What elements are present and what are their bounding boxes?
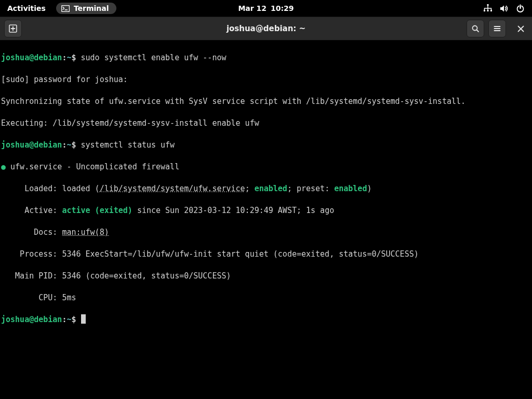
new-tab-button[interactable] xyxy=(4,20,22,37)
terminal-line: [sudo] password for joshua: xyxy=(1,74,531,85)
terminal-line: Active: active (exited) since Sun 2023-0… xyxy=(1,205,531,216)
active-state: active (exited) xyxy=(62,206,132,215)
clock[interactable]: Mar 12 10:29 xyxy=(238,4,294,12)
terminal-viewport[interactable]: joshua@debian:~$ sudo systemctl enable u… xyxy=(0,41,532,399)
search-button[interactable] xyxy=(467,20,484,37)
terminal-line: CPU: 5ms xyxy=(1,292,531,303)
window-titlebar: joshua@debian: ~ xyxy=(0,17,532,41)
terminal-line: Loaded: loaded (/lib/systemd/system/ufw.… xyxy=(1,183,531,194)
menu-button[interactable] xyxy=(488,20,506,37)
activities-button[interactable]: Activities xyxy=(4,3,49,14)
volume-icon[interactable] xyxy=(500,4,509,13)
terminal-line: Process: 5346 ExecStart=/lib/ufw/ufw-ini… xyxy=(1,249,531,260)
network-icon[interactable] xyxy=(483,4,493,13)
terminal-line: Synchronizing state of ufw.service with … xyxy=(1,96,531,107)
unit-file-path: /lib/systemd/system/ufw.service xyxy=(100,184,245,193)
status-dot-icon: ● xyxy=(1,162,6,171)
prompt-user: joshua@debian xyxy=(1,53,62,62)
terminal-line: ● ufw.service - Uncomplicated firewall xyxy=(1,162,531,172)
terminal-line: Executing: /lib/systemd/systemd-sysv-ins… xyxy=(1,118,531,129)
command-text: sudo systemctl enable ufw --now xyxy=(81,53,227,62)
terminal-line: Main PID: 5346 (code=exited, status=0/SU… xyxy=(1,271,531,282)
close-button[interactable] xyxy=(513,21,528,36)
svg-rect-4 xyxy=(487,10,489,11)
terminal-line: Docs: man:ufw(8) xyxy=(1,227,531,238)
active-app-pill[interactable]: Terminal xyxy=(56,3,116,14)
active-app-label: Terminal xyxy=(74,4,109,12)
svg-rect-2 xyxy=(487,4,489,6)
gnome-top-bar: Activities Terminal Mar 12 10:29 xyxy=(0,0,532,17)
terminal-icon xyxy=(61,5,70,12)
svg-rect-5 xyxy=(490,10,492,11)
window-title: joshua@debian: ~ xyxy=(227,24,305,33)
terminal-line: joshua@debian:~$ sudo systemctl enable u… xyxy=(1,52,531,63)
clock-time: 10:29 xyxy=(271,4,294,12)
docs-link: man:ufw(8) xyxy=(62,228,109,237)
command-text: systemctl status ufw xyxy=(81,140,175,150)
terminal-line: joshua@debian:~$ xyxy=(1,314,531,325)
cursor xyxy=(81,314,86,324)
svg-rect-3 xyxy=(484,10,485,11)
terminal-line: joshua@debian:~$ systemctl status ufw xyxy=(1,140,531,151)
clock-date: Mar 12 xyxy=(238,4,267,12)
svg-line-14 xyxy=(477,30,479,32)
svg-rect-0 xyxy=(61,5,69,11)
power-icon[interactable] xyxy=(516,4,525,13)
